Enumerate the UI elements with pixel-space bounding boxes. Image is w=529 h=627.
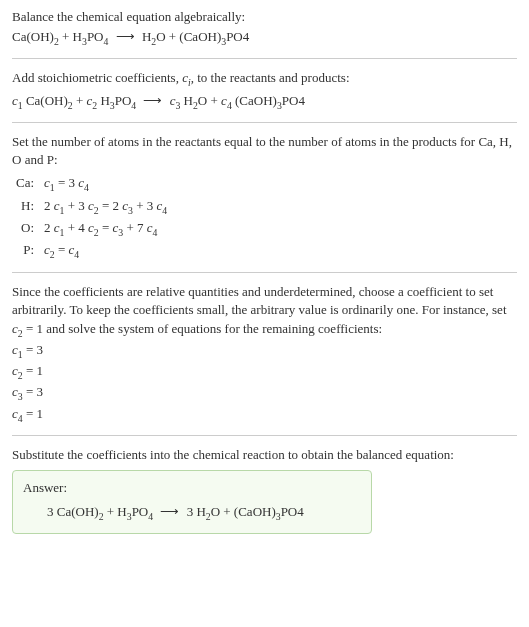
sp3b: O +	[198, 93, 221, 108]
step2-intro-a: Add stoichiometric coefficients,	[12, 70, 182, 85]
step-substitute: Substitute the coefficients into the che…	[12, 446, 517, 535]
ans-3: PO	[132, 504, 149, 519]
step4-intro-a: Since the coefficients are relative quan…	[12, 284, 507, 317]
table-row: H: 2 c1 + 3 c2 = 2 c3 + 3 c4	[12, 196, 173, 218]
coeff-c3: c3 = 3	[12, 383, 517, 403]
coeff-c1: c1 = 3	[12, 341, 517, 361]
ans-1: 3 Ca(OH)	[47, 504, 99, 519]
coeff-c2: c2 = 1	[12, 362, 517, 382]
sp2a: H	[97, 93, 110, 108]
product-h: H	[142, 29, 151, 44]
coeff-c4: c4 = 1	[12, 405, 517, 425]
ans-5: O + (CaOH)	[211, 504, 276, 519]
table-row: Ca: c1 = 3 c4	[12, 173, 173, 195]
plus-h: + H	[59, 29, 82, 44]
sp2b: PO	[115, 93, 132, 108]
arrow-icon-3: ⟶	[156, 504, 183, 519]
sp3a: H	[180, 93, 193, 108]
divider	[12, 58, 517, 59]
po4-tail: PO4	[226, 29, 249, 44]
table-row: O: 2 c1 + 4 c2 = c3 + 7 c4	[12, 218, 173, 240]
step2-text: Add stoichiometric coefficients, ci, to …	[12, 69, 517, 89]
sp2b-sub: 4	[131, 99, 136, 110]
atom-equations-table: Ca: c1 = 3 c4 H: 2 c1 + 3 c2 = 2 c3 + 3 …	[12, 173, 173, 262]
po: PO	[87, 29, 104, 44]
plus2: +	[73, 93, 87, 108]
ca-equation: c1 = 3 c4	[40, 173, 173, 195]
sp1: Ca(OH)	[23, 93, 68, 108]
step2-intro-b: , to the reactants and products:	[191, 70, 350, 85]
reactant-1: Ca(OH)	[12, 29, 54, 44]
p-equation: c2 = c4	[40, 240, 173, 262]
po4-sub: 4	[104, 36, 109, 47]
arrow-icon-2: ⟶	[139, 93, 166, 108]
o-equation: 2 c1 + 4 c2 = c3 + 7 c4	[40, 218, 173, 240]
step3-text: Set the number of atoms in the reactants…	[12, 133, 517, 169]
step1-text: Balance the chemical equation algebraica…	[12, 8, 517, 26]
step5-text: Substitute the coefficients into the che…	[12, 446, 517, 464]
sp4a: (CaOH)	[232, 93, 277, 108]
element-label-h: H:	[12, 196, 40, 218]
divider	[12, 435, 517, 436]
element-label-p: P:	[12, 240, 40, 262]
step-add-coefficients: Add stoichiometric coefficients, ci, to …	[12, 69, 517, 111]
element-label-o: O:	[12, 218, 40, 240]
step4-intro-b: = 1 and solve the system of equations fo…	[23, 321, 382, 336]
sp4b: PO4	[282, 93, 305, 108]
balanced-equation: 3 Ca(OH)2 + H3PO4 ⟶ 3 H2O + (CaOH)3PO4	[23, 503, 361, 523]
step-atom-balance: Set the number of atoms in the reactants…	[12, 133, 517, 262]
ans-2: + H	[104, 504, 127, 519]
ans-6: PO4	[281, 504, 304, 519]
divider	[12, 122, 517, 123]
ans-4: 3 H	[187, 504, 206, 519]
step-solve: Since the coefficients are relative quan…	[12, 283, 517, 425]
answer-box: Answer: 3 Ca(OH)2 + H3PO4 ⟶ 3 H2O + (CaO…	[12, 470, 372, 534]
product-rest: O + (CaOH)	[156, 29, 221, 44]
divider	[12, 272, 517, 273]
element-label-ca: Ca:	[12, 173, 40, 195]
arrow-icon: ⟶	[112, 29, 139, 44]
step-balance-intro: Balance the chemical equation algebraica…	[12, 8, 517, 48]
step1-equation: Ca(OH)2 + H3PO4 ⟶ H2O + (CaOH)3PO4	[12, 28, 517, 48]
answer-label: Answer:	[23, 479, 361, 497]
h-equation: 2 c1 + 3 c2 = 2 c3 + 3 c4	[40, 196, 173, 218]
step4-text: Since the coefficients are relative quan…	[12, 283, 517, 340]
table-row: P: c2 = c4	[12, 240, 173, 262]
ans-3-sub: 4	[148, 511, 153, 522]
step2-equation: c1 Ca(OH)2 + c2 H3PO4 ⟶ c3 H2O + c4 (CaO…	[12, 92, 517, 112]
